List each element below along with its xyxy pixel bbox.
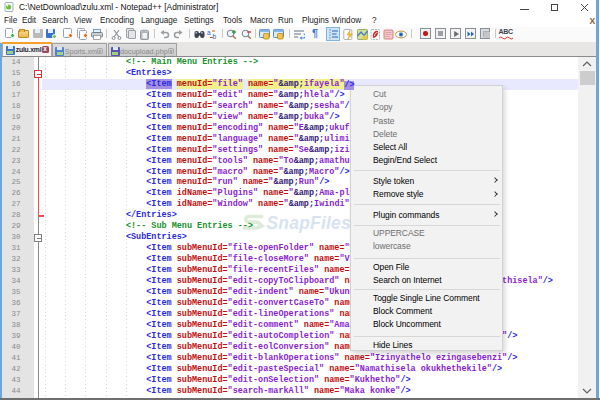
- svg-text:b: b: [213, 33, 217, 40]
- svg-text:a: a: [207, 29, 211, 36]
